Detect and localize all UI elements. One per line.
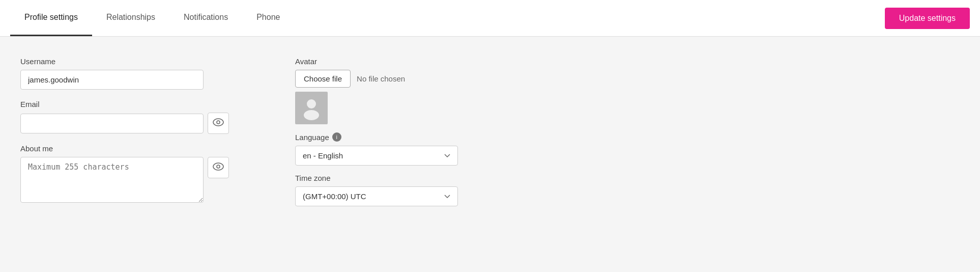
timezone-group: Time zone (GMT+00:00) UTC (GMT-05:00) Ea… xyxy=(295,174,499,206)
tab-bar: Profile settings Relationships Notificat… xyxy=(0,0,980,37)
svg-point-5 xyxy=(304,110,319,120)
about-input-wrapper xyxy=(20,157,265,203)
about-input[interactable] xyxy=(20,157,204,203)
username-input[interactable] xyxy=(20,70,204,90)
username-group: Username xyxy=(20,57,265,90)
email-group: Email xyxy=(20,100,265,134)
no-file-text: No file chosen xyxy=(357,74,405,83)
language-select[interactable]: en - English fr - French de - German es … xyxy=(295,146,458,166)
tab-profile-settings-label: Profile settings xyxy=(24,13,78,22)
tab-profile-settings[interactable]: Profile settings xyxy=(10,0,92,36)
email-eye-button[interactable] xyxy=(208,113,229,134)
avatar-preview xyxy=(295,92,328,124)
avatar-person-icon xyxy=(299,96,324,120)
svg-point-3 xyxy=(217,165,220,168)
timezone-select[interactable]: (GMT+00:00) UTC (GMT-05:00) Eastern (GMT… xyxy=(295,186,458,206)
choose-file-button[interactable]: Choose file xyxy=(295,70,351,88)
about-group: About me xyxy=(20,144,265,203)
timezone-label: Time zone xyxy=(295,174,499,182)
language-label-row: Language i xyxy=(295,132,499,142)
svg-point-1 xyxy=(217,121,220,124)
email-label: Email xyxy=(20,100,265,108)
tab-phone[interactable]: Phone xyxy=(242,0,294,36)
about-eye-button[interactable] xyxy=(208,157,229,178)
right-column: Avatar Choose file No file chosen Langua… xyxy=(295,57,499,206)
avatar-group: Avatar Choose file No file chosen xyxy=(295,57,499,124)
about-label: About me xyxy=(20,144,265,153)
eye-icon-about xyxy=(213,162,224,173)
eye-icon xyxy=(213,118,224,129)
tab-relationships[interactable]: Relationships xyxy=(92,0,169,36)
svg-point-2 xyxy=(213,163,223,170)
tab-phone-label: Phone xyxy=(256,13,280,22)
username-label: Username xyxy=(20,57,265,66)
tab-notifications-label: Notifications xyxy=(184,13,228,22)
main-content: Username Email xyxy=(0,37,980,227)
email-input[interactable] xyxy=(20,114,204,133)
language-info-icon: i xyxy=(332,132,341,142)
left-column: Username Email xyxy=(20,57,265,206)
language-label: Language xyxy=(295,133,329,142)
file-upload-row: Choose file No file chosen xyxy=(295,70,499,88)
tab-relationships-label: Relationships xyxy=(106,13,155,22)
avatar-label: Avatar xyxy=(295,57,499,66)
page-wrapper: Profile settings Relationships Notificat… xyxy=(0,0,980,272)
update-settings-button[interactable]: Update settings xyxy=(885,8,970,29)
tab-notifications[interactable]: Notifications xyxy=(169,0,242,36)
svg-point-4 xyxy=(307,99,316,108)
tabs: Profile settings Relationships Notificat… xyxy=(10,0,294,36)
language-group: Language i en - English fr - French de -… xyxy=(295,132,499,166)
email-input-wrapper xyxy=(20,113,265,134)
svg-point-0 xyxy=(213,119,223,126)
